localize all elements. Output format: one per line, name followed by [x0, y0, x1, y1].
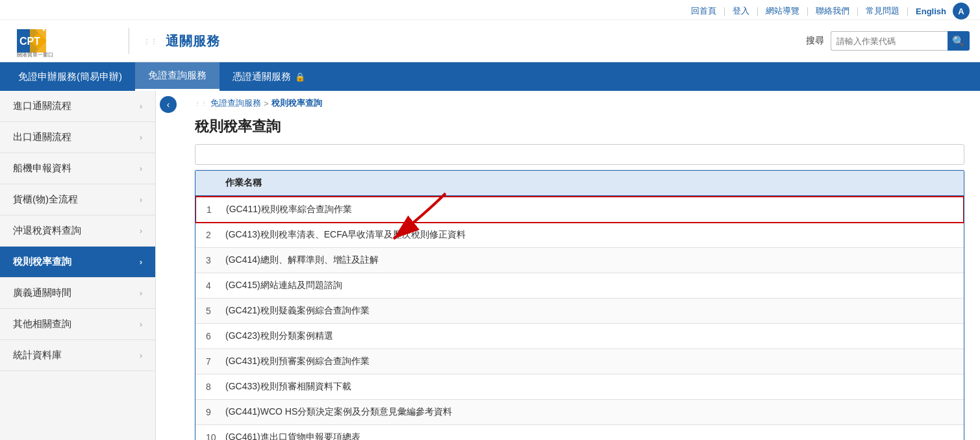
- sidebar-toggle-button[interactable]: ‹: [160, 96, 177, 113]
- dots-handle: ⋮⋮: [144, 38, 158, 45]
- sidebar-item-clearance-time[interactable]: 廣義通關時間 ›: [0, 278, 155, 309]
- sidebar-item-container[interactable]: 貨櫃(物)全流程 ›: [0, 184, 155, 215]
- svg-text:✦: ✦: [42, 27, 46, 33]
- page-title: 稅則稅率查詢: [195, 117, 964, 136]
- arrow-icon-5: ›: [140, 258, 142, 267]
- top-nav-links: 回首頁 ｜ 登入 ｜ 網站導覽 ｜ 聯絡我們 ｜ 常見問題 ｜ English …: [691, 3, 970, 19]
- sidebar: 進口通關流程 › 出口通關流程 › 船機申報資料 › 貨櫃(物)全流程 › 沖退…: [0, 91, 156, 440]
- table-row[interactable]: 1 (GC411)稅則稅率綜合查詢作業: [195, 196, 964, 223]
- table-row[interactable]: 6 (GC423)稅則分類案例精選: [195, 324, 964, 349]
- arrow-icon-0: ›: [140, 102, 142, 111]
- nav-item-free-service[interactable]: 免證申辦服務(簡易申辦): [5, 62, 135, 91]
- breadcrumb-dots: ⋮⋮: [195, 101, 208, 106]
- row-text-8: (GC433)稅則預審相關資料下載: [225, 381, 953, 393]
- arrow-icon-8: ›: [140, 351, 142, 360]
- arrow-icon-4: ›: [140, 226, 142, 236]
- sidebar-item-import[interactable]: 進口通關流程 ›: [0, 91, 155, 122]
- arrow-icon-2: ›: [140, 164, 142, 173]
- main-content: ⋮⋮ 免證查詢服務 > 稅則稅率查詢 稅則稅率查詢 作業名稱 1 (GC41: [179, 91, 980, 440]
- nav-item-free-query[interactable]: 免證查詢服務: [135, 62, 220, 91]
- row-text-7: (GC431)稅則預審案例綜合查詢作業: [225, 356, 953, 367]
- sidebar-item-statistics[interactable]: 統計資料庫 ›: [0, 340, 155, 371]
- row-text-4: (GC415)網站連結及問題諮詢: [225, 280, 953, 291]
- nav-link-sitemap[interactable]: 網站導覽: [766, 5, 799, 17]
- arrow-icon-7: ›: [140, 320, 142, 329]
- nav-divider-4: ｜: [853, 5, 862, 17]
- sidebar-item-other-query[interactable]: 其他相關查詢 ›: [0, 309, 155, 340]
- main-layout: 進口通關流程 › 出口通關流程 › 船機申報資料 › 貨櫃(物)全流程 › 沖退…: [0, 91, 980, 440]
- sidebar-toggle-area: ‹: [156, 91, 179, 440]
- nav-link-contact[interactable]: 聯絡我們: [816, 5, 849, 17]
- table-header-row: 作業名稱: [195, 171, 964, 197]
- row-num-2: 2: [206, 230, 225, 240]
- nav-divider-2: ｜: [753, 5, 762, 17]
- nav-link-home[interactable]: 回首頁: [691, 5, 716, 17]
- data-table: 作業名稱 1 (GC411)稅則稅率綜合查詢作業 2 (GC413)稅則稅率清表…: [195, 170, 964, 440]
- svg-text:關港貿單一窗口: 關港貿單一窗口: [17, 52, 53, 58]
- search-label: 搜尋: [806, 35, 824, 47]
- breadcrumb: ⋮⋮ 免證查詢服務 > 稅則稅率查詢: [195, 91, 964, 113]
- row-num-6: 6: [206, 331, 225, 341]
- row-text-1: (GC411)稅則稅率綜合查詢作業: [226, 204, 953, 215]
- table-row[interactable]: 5 (GC421)稅則疑義案例綜合查詢作業: [195, 299, 964, 324]
- table-row[interactable]: 4 (GC415)網站連結及問題諮詢: [195, 273, 964, 299]
- row-num-3: 3: [206, 255, 225, 265]
- table-row[interactable]: 9 (GC441)WCO HS分類決定案例及分類意見彙編參考資料: [195, 400, 964, 425]
- table-row[interactable]: 2 (GC413)稅則稅率清表、ECFA早收清單及歷次稅則修正資料: [195, 223, 964, 248]
- breadcrumb-current: 稅則稅率查詢: [271, 97, 322, 109]
- nav-link-login[interactable]: 登入: [733, 5, 749, 17]
- table-row[interactable]: 8 (GC433)稅則預審相關資料下載: [195, 374, 964, 400]
- row-num-8: 8: [206, 382, 225, 392]
- col-name-header: 作業名稱: [225, 177, 953, 189]
- row-text-5: (GC421)稅則疑義案例綜合查詢作業: [225, 305, 953, 317]
- row-text-3: (GC414)總則、解釋準則、增註及註解: [225, 254, 953, 266]
- search-filter-bar[interactable]: [195, 144, 964, 165]
- logo-area: CPT ✦ 關港貿單一窗口 ⋮⋮ 通關服務: [10, 24, 220, 58]
- cpt-logo: CPT ✦ 關港貿單一窗口: [10, 24, 114, 58]
- nav-link-faq[interactable]: 常見問題: [866, 5, 899, 17]
- search-input[interactable]: [831, 31, 948, 51]
- row-text-6: (GC423)稅則分類案例精選: [225, 330, 953, 342]
- logo-divider: [129, 28, 129, 54]
- search-button[interactable]: 🔍: [948, 31, 970, 51]
- row-num-9: 9: [206, 407, 225, 417]
- sidebar-item-tariff[interactable]: 稅則稅率查詢 ›: [0, 247, 155, 278]
- row-text-2: (GC413)稅則稅率清表、ECFA早收清單及歷次稅則修正資料: [225, 229, 953, 241]
- svg-text:CPT: CPT: [19, 36, 40, 47]
- breadcrumb-parent[interactable]: 免證查詢服務: [210, 97, 261, 109]
- nav-divider-1: ｜: [720, 5, 729, 17]
- service-title: 通關服務: [166, 32, 220, 50]
- nav-bar: 免證申辦服務(簡易申辦) 免證查詢服務 憑證通關服務 🔒: [0, 62, 980, 91]
- sidebar-item-export[interactable]: 出口通關流程 ›: [0, 122, 155, 153]
- row-num-4: 4: [206, 280, 225, 291]
- header-bar: CPT ✦ 關港貿單一窗口 ⋮⋮ 通關服務 搜尋 🔍: [0, 20, 980, 62]
- arrow-icon-6: ›: [140, 289, 142, 298]
- table-row[interactable]: 10 (GC461)進出口貨物申報要項總表: [195, 425, 964, 440]
- row-num-10: 10: [206, 432, 225, 440]
- arrow-icon-3: ›: [140, 195, 142, 204]
- nav-link-english[interactable]: English: [916, 6, 946, 16]
- row-text-10: (GC461)進出口貨物申報要項總表: [225, 432, 953, 440]
- search-icon: 🔍: [952, 35, 965, 47]
- row-num-7: 7: [206, 356, 225, 367]
- breadcrumb-separator: >: [264, 99, 269, 108]
- lock-icon: 🔒: [295, 72, 305, 82]
- arrow-icon-1: ›: [140, 133, 142, 142]
- table-row[interactable]: 7 (GC431)稅則預審案例綜合查詢作業: [195, 349, 964, 374]
- sidebar-item-tax-refund[interactable]: 沖退稅資料查詢 ›: [0, 215, 155, 247]
- nav-item-cert-service[interactable]: 憑證通關服務 🔒: [220, 62, 318, 91]
- user-avatar[interactable]: A: [953, 3, 970, 19]
- row-text-9: (GC441)WCO HS分類決定案例及分類意見彙編參考資料: [225, 406, 953, 418]
- sidebar-item-vessel[interactable]: 船機申報資料 ›: [0, 153, 155, 184]
- row-num-1: 1: [207, 204, 226, 215]
- row-num-5: 5: [206, 306, 225, 316]
- table-row[interactable]: 3 (GC414)總則、解釋準則、增註及註解: [195, 248, 964, 273]
- nav-divider-3: ｜: [803, 5, 812, 17]
- nav-divider-5: ｜: [903, 5, 912, 17]
